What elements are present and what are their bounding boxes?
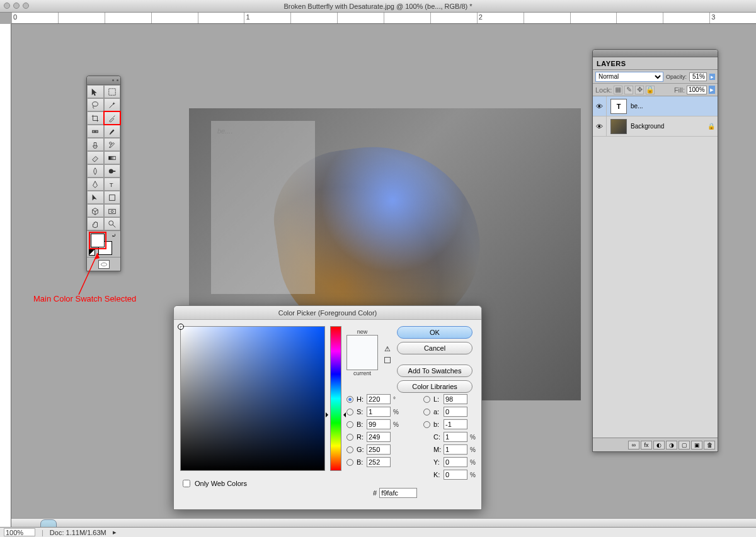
blend-mode-select[interactable]: Normal xyxy=(595,72,663,82)
horizontal-ruler[interactable]: 0 1 2 3 xyxy=(11,13,756,24)
bcol-input[interactable] xyxy=(367,457,391,467)
visibility-toggle-icon[interactable]: 👁 xyxy=(593,116,607,136)
bcol-radio[interactable] xyxy=(346,459,353,466)
brush-tool[interactable] xyxy=(104,125,121,138)
tools-palette[interactable]: T ⤾ xyxy=(86,76,121,271)
horizontal-scrollbar[interactable] xyxy=(11,518,756,527)
websafe-warning-icon[interactable] xyxy=(384,357,391,363)
layer-row[interactable]: 👁 T be... xyxy=(593,96,718,116)
shape-tool[interactable] xyxy=(104,191,121,204)
history-brush-tool[interactable] xyxy=(104,138,121,151)
color-cursor-icon[interactable] xyxy=(178,324,184,330)
color-preview[interactable] xyxy=(346,335,378,370)
bright-radio[interactable] xyxy=(346,421,353,428)
color-libraries-button[interactable]: Color Libraries xyxy=(397,380,472,393)
fill-input[interactable] xyxy=(687,86,707,94)
hue-slider-thumb-icon[interactable] xyxy=(327,410,345,415)
gradient-tool[interactable] xyxy=(104,151,121,164)
layer-group-icon[interactable]: ▢ xyxy=(679,441,690,449)
clone-stamp-tool[interactable] xyxy=(87,138,104,151)
path-selection-tool[interactable] xyxy=(87,191,104,204)
layer-thumbnail[interactable] xyxy=(610,119,627,134)
a-input[interactable] xyxy=(444,407,467,417)
layer-thumbnail[interactable]: T xyxy=(610,99,627,114)
l-input[interactable] xyxy=(444,394,467,404)
k-input[interactable] xyxy=(444,470,467,480)
m-input[interactable] xyxy=(444,444,467,455)
lock-transparency-icon[interactable]: ▦ xyxy=(614,86,622,94)
visibility-toggle-icon[interactable]: 👁 xyxy=(593,96,607,116)
eraser-tool[interactable] xyxy=(87,151,104,164)
hex-input[interactable] xyxy=(379,488,417,498)
dodge-tool[interactable] xyxy=(104,164,121,178)
saturation-brightness-field[interactable] xyxy=(180,326,325,471)
delete-layer-icon[interactable]: 🗑 xyxy=(704,441,715,449)
traffic-lights[interactable] xyxy=(4,3,29,9)
y-input[interactable] xyxy=(444,457,467,467)
r-radio[interactable] xyxy=(346,434,353,441)
eyedropper-tool[interactable] xyxy=(104,111,121,125)
hue-radio[interactable] xyxy=(346,396,353,403)
swap-colors-icon[interactable]: ⤾ xyxy=(112,232,117,239)
lock-all-icon[interactable]: 🔒 xyxy=(646,86,655,94)
b-input[interactable] xyxy=(444,419,467,429)
sat-radio[interactable] xyxy=(346,409,353,415)
camera-tool[interactable] xyxy=(104,204,121,217)
ok-button[interactable]: OK xyxy=(397,326,472,339)
lasso-tool[interactable] xyxy=(87,98,104,111)
only-web-colors-checkbox[interactable] xyxy=(183,480,190,487)
move-tool[interactable] xyxy=(87,85,104,98)
opacity-input[interactable] xyxy=(689,72,707,81)
layer-name[interactable]: be... xyxy=(631,103,718,110)
cancel-button[interactable]: Cancel xyxy=(397,342,472,354)
lock-pixels-icon[interactable]: ✎ xyxy=(624,86,633,94)
magic-wand-tool[interactable] xyxy=(104,98,121,111)
lock-position-icon[interactable]: ✥ xyxy=(635,86,644,94)
a-radio[interactable] xyxy=(423,409,430,415)
opacity-flyout-icon[interactable]: ▸ xyxy=(709,74,715,80)
pen-tool[interactable] xyxy=(87,178,104,191)
link-layers-icon[interactable]: ∞ xyxy=(628,441,639,449)
close-window-icon[interactable] xyxy=(4,3,10,9)
hand-tool[interactable] xyxy=(87,217,104,230)
layers-tab[interactable]: LAYERS xyxy=(593,57,718,70)
layer-row[interactable]: 👁 Background 🔒 xyxy=(593,116,718,137)
layer-name[interactable]: Background xyxy=(631,123,707,130)
minimize-window-icon[interactable] xyxy=(13,3,20,9)
healing-brush-tool[interactable] xyxy=(87,125,104,138)
marquee-tool[interactable] xyxy=(104,85,121,98)
foreground-color-swatch[interactable] xyxy=(91,234,105,247)
gamut-warning-icon[interactable]: ⚠ xyxy=(384,345,391,353)
blur-tool[interactable] xyxy=(87,164,104,178)
3d-tool[interactable] xyxy=(87,204,104,217)
default-colors-icon[interactable] xyxy=(89,249,95,256)
new-layer-icon[interactable]: ▣ xyxy=(691,441,702,449)
hue-slider[interactable] xyxy=(330,326,341,471)
crop-tool[interactable] xyxy=(87,111,104,125)
bright-input[interactable] xyxy=(367,419,391,429)
add-to-swatches-button[interactable]: Add To Swatches xyxy=(397,365,472,377)
type-tool[interactable]: T xyxy=(104,178,121,191)
quick-mask-toggle[interactable] xyxy=(87,257,120,271)
palette-grip[interactable] xyxy=(87,76,120,85)
adjustment-layer-icon[interactable]: ◑ xyxy=(666,441,677,449)
status-flyout-icon[interactable]: ▸ xyxy=(113,528,117,536)
layers-panel[interactable]: LAYERS Normal Opacity: ▸ Lock: ▦ ✎ ✥ 🔒 F… xyxy=(592,49,718,452)
dialog-title[interactable]: Color Picker (Foreground Color) xyxy=(174,306,481,320)
c-input[interactable] xyxy=(444,432,467,442)
sat-input[interactable] xyxy=(367,407,391,417)
vertical-ruler[interactable] xyxy=(0,24,11,527)
hue-input[interactable] xyxy=(367,394,391,404)
b-radio[interactable] xyxy=(423,421,430,428)
zoom-field[interactable]: 100% xyxy=(4,528,35,536)
panel-grip[interactable] xyxy=(593,50,718,57)
r-input[interactable] xyxy=(367,432,391,442)
zoom-tool[interactable] xyxy=(104,217,121,230)
color-picker-dialog[interactable]: Color Picker (Foreground Color) Only Web… xyxy=(173,305,482,510)
g-input[interactable] xyxy=(367,444,391,455)
zoom-window-icon[interactable] xyxy=(23,3,29,9)
g-radio[interactable] xyxy=(346,446,353,453)
fill-flyout-icon[interactable]: ▸ xyxy=(709,86,715,94)
l-radio[interactable] xyxy=(423,396,430,403)
text-layer-overlay[interactable]: be.... xyxy=(211,121,315,294)
